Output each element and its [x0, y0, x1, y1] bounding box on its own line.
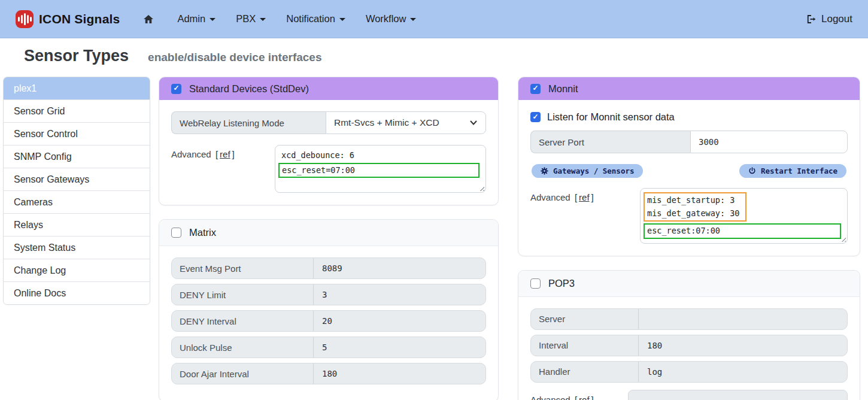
deny-limit-value: 3 — [314, 284, 335, 305]
menu-workflow[interactable]: Workflow — [366, 13, 417, 25]
pop3-server-label: Server — [531, 309, 639, 329]
chevron-down-icon — [469, 119, 478, 127]
gear-icon — [541, 167, 548, 175]
chevron-down-icon — [339, 18, 345, 21]
menu-admin-label: Admin — [177, 13, 205, 25]
server-port-input[interactable]: 3000 — [690, 131, 848, 153]
brand-name: ICON Signals — [39, 12, 120, 26]
monnit-advanced-label: Advanced [ref] — [530, 188, 640, 244]
stddev-panel-body: WebRelay Listening Mode Rmt-Svcs + Mimic… — [159, 100, 498, 205]
navbar: ICON Signals Admin PBX Notification Work… — [0, 0, 868, 38]
gateways-sensors-button[interactable]: Gateways / Sensors — [532, 164, 643, 178]
pop3-panel-title: POP3 — [548, 278, 575, 289]
middle-column: Standard Devices (StdDev) WebRelay Liste… — [159, 77, 499, 400]
sidebar-item-cameras[interactable]: Cameras — [4, 191, 150, 214]
chevron-down-icon — [260, 18, 266, 21]
restart-interface-label: Restart Interface — [761, 166, 837, 175]
menu-admin[interactable]: Admin — [177, 13, 216, 25]
monnit-panel-body: Listen for Monnit sensor data Server Por… — [518, 100, 860, 256]
orange-annotation-box: mis_det_startup: 3 mis_det_gateway: 30 — [644, 192, 746, 222]
table-row: Door Ajar Interval 180 — [171, 363, 486, 384]
stddev-panel-header: Standard Devices (StdDev) — [159, 77, 498, 100]
monnit-enabled-checkbox[interactable] — [530, 84, 541, 94]
pop3-ref-link[interactable]: ref — [579, 395, 590, 400]
home-icon — [142, 13, 154, 25]
sidebar-item-online-docs[interactable]: Online Docs — [4, 282, 150, 304]
table-row: Interval 180 — [530, 335, 848, 356]
table-row: DENY Limit 3 — [171, 284, 486, 305]
green-annotation-box: esc_reset=07:00 — [278, 163, 479, 178]
nav-menus: Admin PBX Notification Workflow — [177, 13, 416, 25]
listen-monnit-row: Listen for Monnit sensor data — [530, 111, 848, 123]
ref-bracket-open: [ — [573, 395, 579, 400]
advanced-label-text: Advanced — [530, 192, 570, 202]
monnit-panel-header: Monnit — [518, 77, 860, 100]
listen-monnit-checkbox[interactable] — [530, 112, 541, 122]
pop3-enabled-checkbox[interactable] — [530, 278, 541, 289]
advanced-line: mis_det_startup: 3 — [647, 194, 739, 207]
deny-interval-label: DENY Interval — [172, 311, 314, 331]
menu-pbx[interactable]: PBX — [236, 13, 266, 25]
pop3-handler-value: log — [639, 362, 670, 382]
sidebar-item-system-status[interactable]: System Status — [4, 237, 150, 259]
webrelay-listening-mode-value: Rmt-Svcs + Mimic + XCD — [334, 117, 439, 128]
table-row: Handler log — [530, 361, 848, 383]
event-msg-port-value: 8089 — [314, 258, 351, 278]
advanced-label-text: Advanced — [530, 395, 570, 400]
sidebar-item-sensor-control[interactable]: Sensor Control — [4, 123, 150, 146]
matrix-panel-header: Matrix — [159, 220, 498, 246]
pop3-interval-label: Interval — [531, 335, 639, 356]
sidebar-item-change-log[interactable]: Change Log — [4, 259, 150, 282]
advanced-line: mis_det_gateway: 30 — [647, 207, 739, 220]
menu-pbx-label: PBX — [236, 13, 256, 25]
stddev-panel: Standard Devices (StdDev) WebRelay Liste… — [159, 77, 499, 205]
sidebar-item-snmp-config[interactable]: SNMP Config — [4, 146, 150, 168]
stddev-advanced-textarea[interactable]: xcd_debounce: 6 esc_reset=07:00 — [275, 145, 486, 193]
matrix-panel-body: Event Msg Port 8089 DENY Limit 3 DENY In… — [159, 246, 498, 400]
pop3-advanced-label: Advanced [ref] — [530, 390, 628, 400]
table-row: Server — [530, 308, 848, 330]
event-msg-port-label: Event Msg Port — [172, 258, 314, 278]
menu-workflow-label: Workflow — [366, 13, 406, 25]
server-port-label: Server Port — [530, 131, 690, 153]
server-port-group: Server Port 3000 — [530, 131, 848, 153]
menu-notification[interactable]: Notification — [286, 13, 345, 25]
stddev-ref-link[interactable]: ref — [220, 149, 230, 159]
advanced-line: xcd_debounce: 6 — [281, 149, 479, 162]
sidebar-item-relays[interactable]: Relays — [4, 214, 150, 237]
home-button[interactable] — [142, 13, 154, 25]
logout-icon — [806, 14, 817, 25]
matrix-panel: Matrix Event Msg Port 8089 DENY Limit 3 … — [159, 219, 499, 400]
monnit-advanced-textarea[interactable]: mis_det_startup: 3 mis_det_gateway: 30 e… — [640, 188, 848, 244]
power-icon — [748, 167, 756, 175]
stddev-enabled-checkbox[interactable] — [171, 84, 181, 94]
webrelay-listening-mode-select[interactable]: Rmt-Svcs + Mimic + XCD — [326, 111, 486, 134]
door-ajar-interval-value: 180 — [314, 363, 345, 384]
table-row: Unlock Pulse 5 — [171, 337, 486, 358]
webrelay-listening-mode-label: WebRelay Listening Mode — [171, 111, 326, 134]
door-ajar-interval-label: Door Ajar Interval — [172, 363, 314, 384]
ref-bracket-close: ] — [590, 395, 596, 400]
page-title: Sensor Types — [24, 47, 129, 65]
resize-handle[interactable] — [478, 185, 484, 191]
chevron-down-icon — [210, 18, 216, 21]
pop3-handler-label: Handler — [531, 362, 639, 382]
logout-label: Logout — [821, 13, 852, 25]
ref-bracket-open: [ — [214, 149, 220, 159]
stddev-advanced-row: Advanced [ref] xcd_debounce: 6 esc_reset… — [171, 145, 486, 193]
stddev-advanced-label: Advanced [ref] — [171, 145, 275, 193]
restart-interface-button[interactable]: Restart Interface — [739, 164, 846, 178]
ref-bracket-close: ] — [590, 192, 596, 202]
ref-bracket-open: [ — [573, 192, 579, 202]
monnit-panel: Monnit Listen for Monnit sensor data Ser… — [518, 77, 860, 256]
brand[interactable]: ICON Signals — [16, 10, 120, 28]
sidebar-item-sensor-gateways[interactable]: Sensor Gateways — [4, 168, 150, 191]
sidebar-item-sensor-grid[interactable]: Sensor Grid — [4, 100, 150, 123]
logout-button[interactable]: Logout — [806, 13, 852, 25]
monnit-ref-link[interactable]: ref — [579, 192, 590, 202]
table-row: DENY Interval 20 — [171, 310, 486, 332]
webrelay-listening-mode-group: WebRelay Listening Mode Rmt-Svcs + Mimic… — [171, 111, 486, 134]
sidebar-item-plex1[interactable]: plex1 — [4, 77, 150, 100]
monnit-advanced-row: Advanced [ref] mis_det_startup: 3 mis_de… — [530, 188, 848, 244]
matrix-enabled-checkbox[interactable] — [171, 228, 181, 238]
